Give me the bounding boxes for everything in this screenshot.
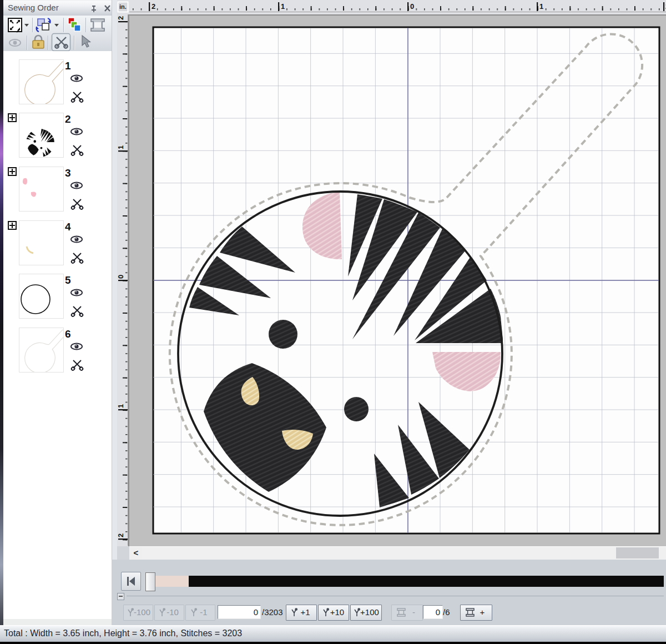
svg-text:1: 1 xyxy=(117,145,125,149)
svg-text:in.: in. xyxy=(119,3,127,10)
svg-text:1: 1 xyxy=(117,404,125,408)
svg-text:0: 0 xyxy=(117,275,125,279)
svg-text:2: 2 xyxy=(152,2,155,11)
svg-text:1: 1 xyxy=(539,2,543,11)
svg-text:1: 1 xyxy=(281,2,285,11)
svg-text:0: 0 xyxy=(410,2,414,11)
svg-text:2: 2 xyxy=(117,16,125,20)
svg-text:2: 2 xyxy=(117,534,125,537)
